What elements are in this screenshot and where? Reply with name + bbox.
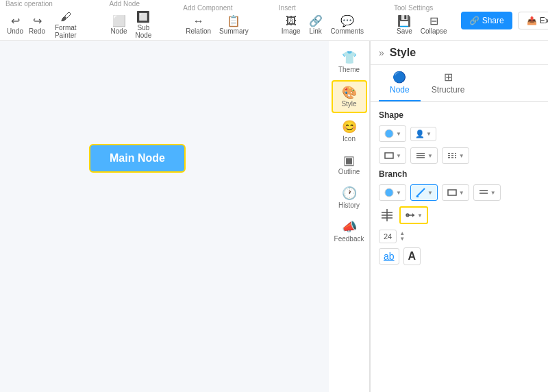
structure-tab-icon: ⊞	[444, 71, 453, 84]
group-add-node: Add Node ⬜ Node 🔲 Sub Node	[110, 0, 156, 40]
undo-button[interactable]: ↩ Undo	[5, 13, 25, 36]
shape-controls-row1: ▼ 👤 ▼	[379, 125, 540, 142]
text-ab-label: ab	[384, 251, 395, 262]
format-painter-icon: 🖌	[60, 10, 71, 23]
branch-rect-caret-icon: ▼	[459, 190, 464, 196]
link-button[interactable]: 🔗 Link	[306, 13, 325, 36]
top-right-buttons: 🔗 Share 📤 Export	[461, 12, 548, 29]
node-tab-icon: 🔵	[393, 71, 406, 84]
svg-line-45	[416, 188, 425, 197]
branch-lines-caret-icon: ▼	[490, 190, 496, 196]
tool-settings-items: 💾 Save ⊟ Collapse	[394, 13, 450, 36]
sidebar-item-icon[interactable]: 😊 Icon	[332, 116, 367, 147]
branch-pen-button[interactable]: ▼	[410, 184, 438, 201]
save-icon: 💾	[397, 14, 411, 27]
sidebar: 👕 Theme 🎨 Style 😊 Icon ▣ Outline 🕐 Histo…	[329, 41, 370, 392]
branch-conn-button[interactable]: ▼	[399, 206, 428, 224]
branch-section: Branch ▼ ▼ ▼	[379, 169, 540, 265]
group-add-node-label: Add Node	[110, 0, 140, 8]
font-size-row: 24 ▲ ▼	[379, 230, 540, 243]
branch-fill-button[interactable]: ▼	[379, 184, 406, 201]
svg-point-44	[385, 188, 393, 197]
basic-ops-items: ↩ Undo ↪ Redo 🖌 Format Painter	[5, 9, 82, 40]
shape-fill-button[interactable]: ▼	[379, 125, 406, 142]
format-painter-button[interactable]: 🖌 Format Painter	[49, 9, 82, 40]
group-insert-label: Insert	[279, 4, 296, 12]
relation-icon: ↔	[193, 14, 204, 27]
branch-rect-button[interactable]: ▼	[442, 184, 469, 201]
share-button[interactable]: 🔗 Share	[461, 12, 512, 29]
feedback-icon: 📣	[342, 220, 357, 235]
shape-lines-button[interactable]: ▼	[410, 147, 438, 164]
tab-structure[interactable]: ⊞ Structure	[421, 65, 476, 101]
sidebar-item-theme[interactable]: 👕 Theme	[332, 47, 367, 77]
image-icon: 🖼	[286, 14, 297, 27]
collapse-icon: ⊟	[429, 14, 438, 27]
node-button[interactable]: ⬜ Node	[110, 13, 129, 36]
comments-button[interactable]: 💬 Comments	[328, 13, 366, 36]
text-ab-button[interactable]: ab	[379, 248, 399, 265]
font-size-dropdown[interactable]: 24	[379, 230, 397, 243]
share-icon: 🔗	[469, 16, 480, 25]
redo-button[interactable]: ↪ Redo	[27, 13, 47, 36]
person-icon: 👤	[415, 130, 425, 138]
theme-icon: 👕	[342, 51, 357, 66]
group-basic-operation: Basic operation ↩ Undo ↪ Redo 🖌 Format P…	[5, 0, 82, 40]
canvas[interactable]: Main Node	[0, 41, 329, 392]
tab-node[interactable]: 🔵 Node	[379, 65, 421, 101]
lines-caret-icon: ▼	[427, 153, 433, 159]
relation-button[interactable]: ↔ Relation	[183, 13, 214, 36]
panel-collapse-button[interactable]: »	[379, 47, 384, 58]
link-icon: 🔗	[309, 14, 323, 27]
sub-node-button[interactable]: 🔲 Sub Node	[132, 9, 156, 40]
person-caret-icon: ▼	[426, 131, 432, 137]
shape-rect-button[interactable]: ▼	[379, 147, 406, 164]
history-icon: 🕐	[342, 186, 357, 201]
sub-node-icon: 🔲	[136, 10, 150, 23]
icon-icon: 😊	[342, 120, 357, 135]
rect-caret-icon: ▼	[396, 153, 401, 159]
branch-pattern-icon	[379, 207, 395, 223]
font-size-value: 24	[384, 232, 392, 241]
text-A-label: A	[408, 250, 416, 262]
export-button[interactable]: 📤 Export	[518, 12, 548, 29]
outline-icon: ▣	[343, 154, 355, 169]
style-panel: » Style 🔵 Node ⊞ Structure Shape	[370, 41, 548, 392]
panel-content: Shape ▼ 👤 ▼ ▼	[371, 102, 548, 392]
summary-button[interactable]: 📋 Summary	[216, 13, 251, 36]
group-insert: Insert 🖼 Image 🔗 Link 💬 Comments	[279, 4, 366, 36]
toolbar: Basic operation ↩ Undo ↪ Redo 🖌 Format P…	[0, 0, 548, 41]
export-icon: 📤	[527, 16, 537, 25]
group-tool-settings: Tool Settings 💾 Save ⊟ Collapse	[394, 4, 450, 36]
sidebar-item-style[interactable]: 🎨 Style	[332, 80, 367, 114]
sidebar-item-outline[interactable]: ▣ Outline	[332, 149, 367, 180]
font-size-arrows: ▲ ▼	[399, 231, 405, 242]
svg-rect-37	[385, 153, 393, 158]
sidebar-item-feedback[interactable]: 📣 Feedback	[332, 216, 367, 247]
text-style-row: ab A	[379, 247, 540, 265]
group-basic-label: Basic operation	[5, 0, 53, 8]
branch-controls-row1: ▼ ▼ ▼ ▼	[379, 184, 540, 201]
main-node[interactable]: Main Node	[89, 144, 186, 173]
comments-icon: 💬	[340, 14, 354, 27]
shape-person-button[interactable]: 👤 ▼	[410, 127, 436, 141]
font-size-down-arrow[interactable]: ▼	[399, 236, 405, 242]
save-button[interactable]: 💾 Save	[394, 13, 415, 36]
summary-icon: 📋	[227, 14, 240, 27]
collapse-button[interactable]: ⊟ Collapse	[418, 13, 450, 36]
style-icon: 🎨	[342, 86, 357, 101]
svg-rect-47	[448, 190, 456, 195]
group-add-component: Add Component ↔ Relation 📋 Summary	[183, 4, 251, 36]
shape-dashes-button[interactable]: ▼	[442, 147, 469, 164]
image-button[interactable]: 🖼 Image	[279, 13, 303, 36]
sidebar-item-history[interactable]: 🕐 History	[332, 182, 367, 213]
text-A-button[interactable]: A	[403, 247, 421, 265]
branch-conn-caret-icon: ▼	[417, 212, 423, 219]
redo-icon: ↪	[33, 14, 42, 27]
branch-fill-caret-icon: ▼	[396, 190, 401, 196]
branch-lines-button[interactable]: ▼	[473, 184, 501, 201]
svg-point-36	[385, 130, 393, 138]
undo-icon: ↩	[11, 14, 20, 27]
main-area: Main Node	[0, 41, 548, 392]
panel-title: Style	[390, 47, 540, 59]
